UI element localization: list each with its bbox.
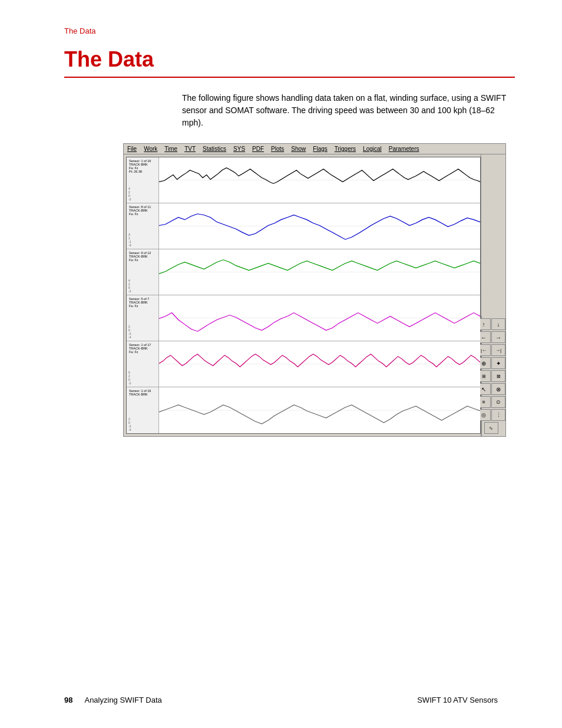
chart-row-3: Sensor: 9 of 12TRACK-BRKFa: Fz 420-2	[127, 249, 480, 295]
chart-row-4: Sensor: 5 of 7TRACK-BRKFa: Fz 20-2-4	[127, 295, 480, 341]
menu-time[interactable]: Time	[164, 146, 177, 152]
chart-label-2: Sensor: 8 of 11TRACK-BRKFa: Fz 31-1-3	[127, 203, 159, 249]
down-arrow-btn[interactable]: ↓	[491, 318, 505, 330]
chart-canvas-5	[159, 341, 480, 387]
title-rule	[64, 77, 515, 78]
chart-area: Sensor: 1 of 16TRACK-BRKFa: FzPt: 26.38 …	[124, 154, 505, 436]
dots-btn[interactable]: ⋮	[491, 409, 505, 421]
chart-label-5: Sensor: 1 of 17TRACK-BRKFa: Fz 520-2	[127, 341, 159, 387]
footer-left-text: Analyzing SWIFT Data	[84, 696, 161, 704]
chart-row-6: Sensor: 1 of 16TRACK-BRK 20-2-4	[127, 387, 480, 433]
chart-row-5: Sensor: 1 of 17TRACK-BRKFa: Fz 520-2	[127, 341, 480, 387]
page-footer: 98 Analyzing SWIFT Data SWIFT 10 ATV Sen…	[64, 696, 498, 704]
chart-canvas-1	[159, 157, 480, 203]
photo-btn[interactable]: ⊙	[491, 396, 505, 408]
menu-triggers[interactable]: Triggers	[335, 146, 356, 152]
wave-btn[interactable]: ∿	[484, 422, 498, 434]
menu-tvt[interactable]: TVT	[184, 146, 196, 152]
menu-file[interactable]: File	[127, 146, 137, 152]
toolbar: ↑ ↓ ← → |← →| ⊕ ✦	[481, 316, 500, 436]
screenshot-image: File Work Time TVT Statistics SYS PDF Pl…	[123, 143, 506, 437]
right-end-btn[interactable]: →|	[491, 344, 505, 356]
chart-label-4: Sensor: 5 of 7TRACK-BRKFa: Fz 20-2-4	[127, 295, 159, 341]
menu-sys[interactable]: SYS	[233, 146, 245, 152]
menu-logical[interactable]: Logical	[363, 146, 382, 152]
menu-show[interactable]: Show	[291, 146, 306, 152]
menu-work[interactable]: Work	[144, 146, 157, 152]
menu-statistics[interactable]: Statistics	[203, 146, 226, 152]
footer-right-text: SWIFT 10 ATV Sensors	[417, 696, 498, 704]
chart-canvas-3	[159, 249, 480, 295]
footer-left: 98 Analyzing SWIFT Data	[64, 696, 162, 704]
chart-label-1: Sensor: 1 of 16TRACK-BRKFa: FzPt: 26.38 …	[127, 157, 159, 203]
menu-flags[interactable]: Flags	[313, 146, 327, 152]
chart-canvas-6	[159, 387, 480, 433]
chart-label-6: Sensor: 1 of 16TRACK-BRK 20-2-4	[127, 387, 159, 433]
chart-canvas-2	[159, 203, 480, 249]
menu-bar: File Work Time TVT Statistics SYS PDF Pl…	[124, 144, 505, 154]
cancel-btn[interactable]: ⊗	[491, 383, 505, 395]
chart-canvas-4	[159, 295, 480, 341]
body-paragraph: The following figure shows handling data…	[182, 92, 515, 129]
menu-pdf[interactable]: PDF	[252, 146, 264, 152]
right-arrow-btn[interactable]: →	[491, 331, 505, 343]
menu-plots[interactable]: Plots	[271, 146, 284, 152]
main-content: The Data The following figure shows hand…	[64, 47, 515, 437]
chart-label-3: Sensor: 9 of 12TRACK-BRKFa: Fz 420-2	[127, 249, 159, 295]
chart-row-2: Sensor: 8 of 11TRACK-BRKFa: Fz 31-1-3	[127, 203, 480, 249]
menu-parameters[interactable]: Parameters	[389, 146, 419, 152]
chart-row-1: Sensor: 1 of 16TRACK-BRKFa: FzPt: 26.38 …	[127, 157, 480, 203]
zoom-cross-btn[interactable]: ✦	[491, 357, 505, 369]
charts-panel: Sensor: 1 of 16TRACK-BRKFa: FzPt: 26.38 …	[126, 157, 481, 434]
page-title: The Data	[64, 47, 515, 72]
target-btn[interactable]: ⊠	[491, 370, 505, 382]
breadcrumb: The Data	[64, 27, 95, 35]
page-number: 98	[64, 696, 72, 704]
